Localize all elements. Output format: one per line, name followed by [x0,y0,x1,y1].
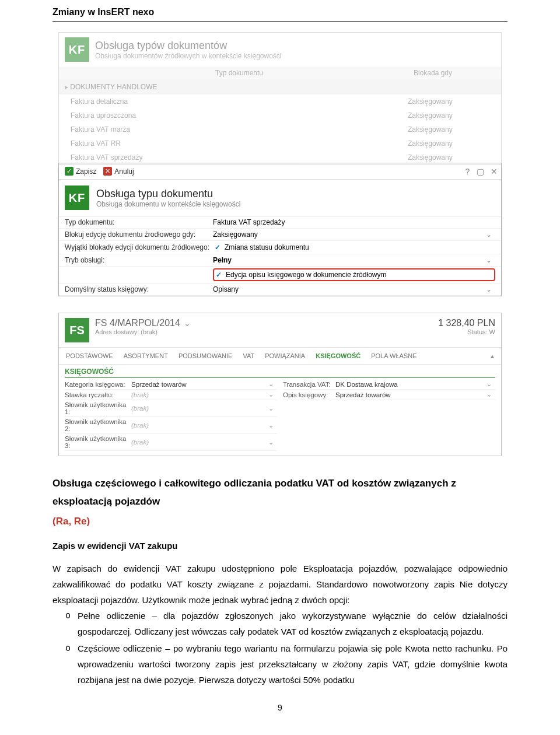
fs-amount: 1 328,40 PLN [438,318,495,328]
dropdown-mode[interactable]: Pełny⌄ [213,256,495,264]
kf-list-subtitle: Obsługa dokumentów źródłowych w kontekśc… [95,52,281,60]
form-area: Typ dokumentu: Faktura VAT sprzedaży Blo… [59,216,501,296]
table-row[interactable]: Faktura uproszczonaZaksięgowany [59,108,501,123]
row-opis[interactable]: Opis księgowy:Sprzedaż towarów⌄ [283,390,495,400]
chevron-down-icon: ⌄ [486,285,495,293]
toolbar: ✓Zapisz ✕Anuluj ? ▢ ✕ [59,163,501,180]
restore-icon[interactable]: ▢ [477,167,484,176]
cell-block: Zaksięgowany [408,139,489,148]
section-underline [65,377,495,378]
chevron-down-icon: ⌄ [268,405,277,412]
row-mode: Tryb obsługi: Pełny⌄ [59,254,501,267]
cell-block: Zaksięgowany [408,97,489,106]
check-icon: ✓ [213,243,222,252]
tab-vat[interactable]: VAT [242,350,256,362]
bullet-list: Pełne odliczenie – dla pojazdów zgłoszon… [52,608,508,688]
value-doc-type: Faktura VAT sprzedaży [213,218,495,226]
tab-powiazania[interactable]: POWIĄZANIA [264,350,306,362]
label-exceptions: Wyjątki blokady edycji dokumentu źródłow… [65,243,213,251]
page-header: Zmiany w InsERT nexo [0,0,560,20]
row-default-status: Domyślny status księgowy: Opisany⌄ [59,284,501,296]
dropdown-default-status[interactable]: Opisany⌄ [213,285,495,293]
help-icon[interactable]: ? [466,167,470,176]
table-row[interactable]: Faktura VAT marżaZaksięgowany [59,123,501,136]
screenshot-kf-form: ✓Zapisz ✕Anuluj ? ▢ ✕ KF Obsługa typu do… [58,163,502,296]
scroll-up-icon[interactable]: ▲ [489,353,495,359]
cell-doc: Faktura VAT RR [71,139,408,148]
kf-form-title: Obsługa typu dokumentu [96,188,240,200]
row-doc-type: Typ dokumentu: Faktura VAT sprzedaży [59,216,501,229]
chevron-down-icon: ⌄ [487,391,495,398]
cell-doc: Faktura VAT sprzedaży [71,153,408,162]
row-rate[interactable]: Stawka ryczałtu:(brak)⌄ [65,390,277,400]
group-row[interactable]: DOKUMENTY HANDLOWE [59,79,501,94]
fs-badge: FS [65,318,89,342]
value-exceptions[interactable]: ✓Zmiana statusu dokumentu [213,243,495,252]
fs-status: Status: W [438,328,495,335]
cell-block: Zaksięgowany [408,111,489,120]
section-title: Obsługa częściowego i całkowitego odlicz… [52,475,508,531]
page-number: 9 [0,689,560,718]
col-block: Blokada gdy [414,69,495,77]
table-row[interactable]: Faktura detalicznaZaksięgowany [59,94,501,108]
save-button[interactable]: ✓Zapisz [62,166,99,177]
tab-asortyment[interactable]: ASORTYMENT [123,350,169,362]
check-icon: ✓ [214,270,223,279]
cancel-button[interactable]: ✕Anuluj [101,166,136,177]
fs-address: Adres dostawy: (brak) [95,328,191,335]
kf-list-title: Obsługa typów dokumentów [95,40,281,52]
chevron-down-icon: ⌄ [487,380,495,388]
row-category[interactable]: Kategoria księgowa:Sprzedaż towarów⌄ [65,379,277,390]
label-mode: Tryb obsługi: [65,256,213,264]
chevron-down-icon: ⌄ [181,318,191,328]
row-dict1[interactable]: Słownik użytkownika 1:(brak)⌄ [65,400,277,417]
row-block-when: Blokuj edycję dokumentu źrodłowego gdy: … [59,229,501,241]
col-doc: Typ dokumentu [65,69,414,77]
row-exceptions: Wyjątki blokady edycji dokumentu źródłow… [59,241,501,254]
chevron-down-icon: ⌄ [268,422,277,429]
save-label: Zapisz [76,167,96,176]
subhead: Zapis w ewidencji VAT zakupu [52,538,508,554]
highlighted-checkbox[interactable]: ✓Edycja opisu księgowego w dokumencie źr… [213,268,495,281]
tab-podsumowanie[interactable]: PODSUMOWANIE [177,350,234,362]
chevron-down-icon: ⌄ [268,391,277,398]
screenshot-fs-doc: FS FS 4/MARPOL/2014 ⌄ Adres dostawy: (br… [58,313,502,456]
list-header: Typ dokumentu Blokada gdy [59,66,501,79]
table-row[interactable]: Faktura VAT RRZaksięgowany [59,136,501,150]
row-tvat[interactable]: Transakcja VAT:DK Dostawa krajowa⌄ [283,379,495,390]
chevron-down-icon: ⌄ [486,230,495,239]
tab-pola-wlasne[interactable]: POLA WŁASNE [370,350,418,362]
chevron-down-icon: ⌄ [268,380,277,388]
revision-tag: (Ra, Re) [52,513,90,531]
screenshot-kf-list: KF Obsługa typów dokumentów Obsługa doku… [58,32,502,165]
tab-podstawowe[interactable]: PODSTAWOWE [65,350,114,362]
list-item: Pełne odliczenie – dla pojazdów zgłoszon… [65,608,508,639]
table-row[interactable]: Faktura VAT sprzedażyZaksięgowany [59,150,501,164]
cancel-label: Anuluj [114,167,134,176]
checkbox-label: Edycja opisu księgowego w dokumencie źró… [226,271,386,279]
cell-doc: Faktura VAT marża [71,125,408,134]
list-item: Częściowe odliczenie – po wybraniu tego … [65,640,508,688]
x-icon: ✕ [103,167,112,176]
fs-tabs: PODSTAWOWE ASORTYMENT PODSUMOWANIE VAT P… [59,347,501,365]
dropdown-block-when[interactable]: Zaksięgowany⌄ [213,230,495,239]
paragraph: W zapisach do ewidencji VAT zakupu udost… [52,561,508,608]
chevron-down-icon: ⌄ [268,439,277,446]
label-block-when: Blokuj edycję dokumentu źrodłowego gdy: [65,230,213,239]
cell-doc: Faktura detaliczna [71,97,408,106]
row-edit-desc: ✓Edycja opisu księgowego w dokumencie źr… [59,267,501,284]
label-doc-type: Typ dokumentu: [65,218,213,226]
row-dict3[interactable]: Słownik użytkownika 3:(brak)⌄ [65,434,277,451]
chevron-down-icon: ⌄ [486,256,495,264]
fs-title[interactable]: FS 4/MARPOL/2014 ⌄ [95,318,191,328]
header-rule [52,21,508,22]
tab-ksiegowosc[interactable]: KSIĘGOWOŚĆ [314,350,362,362]
check-icon: ✓ [65,167,74,176]
label-default-status: Domyślny status księgowy: [65,285,213,293]
row-dict2[interactable]: Słownik użytkownika 2:(brak)⌄ [65,417,277,434]
cell-block: Zaksięgowany [408,153,489,162]
kf-badge: KF [65,186,89,210]
close-icon[interactable]: ✕ [491,167,498,176]
cell-doc: Faktura uproszczona [71,111,408,120]
kf-form-subtitle: Obsługa dokumentu w kontekście księgowoś… [96,200,240,208]
